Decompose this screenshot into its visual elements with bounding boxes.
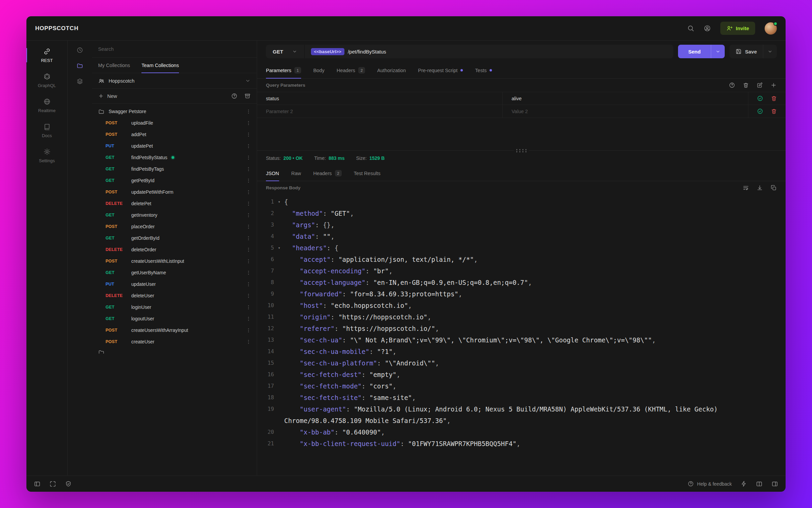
collection-folder[interactable]: Swagger Petstore [92, 106, 257, 117]
request-item[interactable]: POSTuploadFile [92, 117, 257, 129]
request-item[interactable]: PUTupdatePet [92, 140, 257, 152]
base-url-chip[interactable]: <<baseUrl>> [311, 48, 344, 55]
save-button[interactable]: Save [729, 45, 763, 58]
request-item[interactable]: DELETEdeleteUser [92, 290, 257, 301]
request-item[interactable]: PUTupdateUser [92, 278, 257, 290]
more-options-icon[interactable] [246, 143, 251, 149]
tab-tests[interactable]: Tests [475, 62, 492, 78]
search-input[interactable] [98, 46, 251, 52]
request-item[interactable]: POSTcreateUsersWithListInput [92, 255, 257, 267]
team-selector[interactable]: Hoppscotch [92, 73, 257, 89]
request-item[interactable]: GETgetPetById [92, 175, 257, 186]
collection-folder[interactable] [92, 347, 257, 354]
copy-icon[interactable] [770, 185, 777, 191]
request-item[interactable]: POSTupdatePetWithForm [92, 186, 257, 198]
more-options-icon[interactable] [246, 212, 251, 218]
more-options-icon[interactable] [246, 155, 251, 161]
collections-icon[interactable] [76, 62, 83, 69]
more-options-icon[interactable] [246, 293, 251, 299]
param-key-input[interactable]: status [257, 92, 503, 105]
pane-resizer[interactable] [257, 150, 786, 151]
request-item[interactable]: DELETEdeleteOrder [92, 244, 257, 255]
request-item[interactable]: GETfindPetsByStatus [92, 152, 257, 163]
response-code-editor[interactable]: 1▾{2 "method": "GET",3 "args": {},4 "dat… [257, 194, 786, 475]
right-panel-toggle-icon[interactable] [771, 481, 778, 487]
request-item[interactable]: POSTplaceOrder [92, 221, 257, 232]
more-options-icon[interactable] [246, 189, 251, 195]
help-feedback-link[interactable]: Help & feedback [687, 481, 732, 487]
save-options-button[interactable] [763, 45, 777, 58]
tab-json[interactable]: JSON [266, 166, 279, 181]
more-options-icon[interactable] [246, 304, 251, 310]
request-item[interactable]: DELETEdeletePet [92, 198, 257, 209]
request-item[interactable]: GETfindPetsByTags [92, 163, 257, 175]
invite-button[interactable]: Invite [720, 22, 755, 35]
param-delete-button[interactable] [771, 95, 777, 102]
edit-icon[interactable] [757, 82, 763, 88]
help-circle-icon[interactable] [231, 93, 238, 99]
more-options-icon[interactable] [246, 120, 251, 126]
clear-all-icon[interactable] [743, 82, 749, 88]
tab-parameters[interactable]: Parameters1 [266, 62, 301, 78]
request-item[interactable]: GETgetOrderById [92, 232, 257, 244]
request-item[interactable]: POSTaddPet [92, 129, 257, 140]
tab-test-results[interactable]: Test Results [354, 166, 381, 181]
more-options-icon[interactable] [246, 281, 251, 287]
more-options-icon[interactable] [246, 258, 251, 264]
url-input[interactable]: <<baseUrl>> /pet/findByStatus [305, 45, 673, 58]
search-icon[interactable] [687, 25, 694, 32]
tab-authorization[interactable]: Authorization [377, 62, 406, 78]
request-item[interactable]: GETgetInventory [92, 209, 257, 221]
add-param-icon[interactable] [770, 82, 777, 88]
interceptor-shield-icon[interactable] [65, 481, 72, 487]
request-item[interactable]: GETlogoutUser [92, 313, 257, 324]
more-options-icon[interactable] [246, 235, 251, 241]
nav-rest[interactable]: REST [26, 43, 67, 68]
param-active-toggle[interactable] [757, 108, 763, 114]
send-button[interactable]: Send [678, 45, 711, 58]
expand-icon[interactable] [49, 481, 56, 487]
download-icon[interactable] [757, 185, 763, 191]
more-options-icon[interactable] [246, 178, 251, 184]
more-options-icon[interactable] [246, 247, 251, 253]
more-options-icon[interactable] [246, 224, 251, 230]
request-item[interactable]: POSTcreateUser [92, 336, 257, 347]
tab-raw[interactable]: Raw [291, 166, 301, 181]
environments-icon[interactable] [76, 78, 83, 85]
nav-graphql[interactable]: GraphQL [26, 68, 67, 93]
request-item[interactable]: GETloginUser [92, 301, 257, 313]
request-item[interactable]: GETgetUserByName [92, 267, 257, 278]
history-icon[interactable] [76, 47, 83, 54]
request-item[interactable]: POSTcreateUsersWithArrayInput [92, 324, 257, 336]
tab-my-collections[interactable]: My Collections [98, 58, 130, 73]
param-active-toggle[interactable] [757, 95, 763, 102]
more-options-icon[interactable] [246, 316, 251, 322]
nav-docs[interactable]: Docs [26, 118, 67, 143]
sidebar-toggle-icon[interactable] [34, 481, 41, 487]
help-circle-icon[interactable] [729, 82, 735, 88]
account-icon[interactable] [704, 25, 711, 32]
fold-caret-icon[interactable]: ▾ [274, 196, 284, 208]
more-options-icon[interactable] [246, 270, 251, 276]
more-options-icon[interactable] [246, 109, 251, 114]
tab-body[interactable]: Body [313, 62, 324, 78]
tab-headers[interactable]: Headers2 [337, 62, 365, 78]
more-options-icon[interactable] [246, 339, 251, 345]
tab-headers[interactable]: Headers2 [313, 166, 342, 181]
param-key-input[interactable]: Parameter 2 [257, 105, 503, 118]
nav-settings[interactable]: Settings [26, 143, 67, 168]
columns-layout-icon[interactable] [756, 481, 763, 487]
method-select[interactable]: GET [266, 45, 304, 58]
param-value-input[interactable]: Value 2 [503, 105, 748, 118]
param-delete-button[interactable] [771, 108, 777, 114]
avatar[interactable] [765, 22, 777, 35]
more-options-icon[interactable] [246, 166, 251, 172]
tab-pre-request-script[interactable]: Pre-request Script [418, 62, 463, 78]
send-options-button[interactable] [711, 45, 725, 58]
param-value-input[interactable]: alive [503, 92, 748, 105]
wrap-lines-icon[interactable] [743, 185, 749, 191]
more-options-icon[interactable] [246, 201, 251, 207]
more-options-icon[interactable] [246, 132, 251, 137]
nav-realtime[interactable]: Realtime [26, 93, 67, 118]
fold-caret-icon[interactable]: ▾ [274, 242, 284, 254]
